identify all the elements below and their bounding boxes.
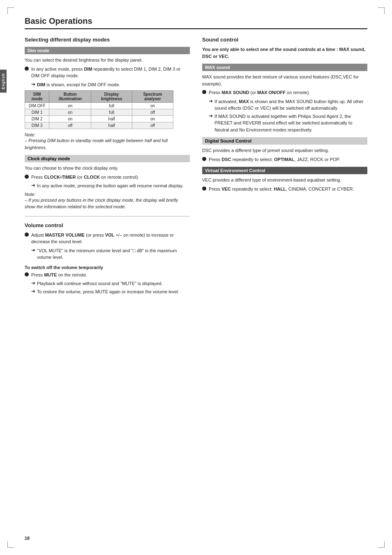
vec-bold: VEC (221, 187, 231, 191)
max-sound-intro: MAX sound provides the best mixture of v… (202, 74, 367, 87)
vec-bullet-1-text: Press VEC repeatedly to select: HALL, CI… (209, 186, 367, 193)
clock-mode-intro: You can choose to show the clock display… (25, 165, 190, 172)
dim-bullet-1: In any active mode, press DIM repeatedly… (25, 66, 190, 79)
master-volume-bold: MASTER VOLUME (45, 233, 85, 237)
volume-bullet-1-text: Adjust MASTER VOLUME (or press VOL +/– o… (31, 232, 190, 245)
vec-bullet-1: Press VEC repeatedly to select: HALL, CI… (202, 186, 367, 193)
corner-mark-tl (7, 7, 14, 14)
vol-bold: VOL (105, 233, 115, 237)
table-header-display: Display brightness (91, 91, 132, 103)
mute-bullet-1: Press MUTE on the remote. (25, 272, 190, 279)
mute-subheading: To switch off the volume temporarily (25, 265, 190, 270)
hall-bold: HALL (274, 187, 286, 191)
dsc-bullet-1-text: Press DSC repeatedly to select: OPTIMAL,… (209, 156, 367, 163)
dim-mode-header: Dim mode (25, 47, 190, 54)
dim-bold: DIM (84, 67, 92, 71)
arrow-symbol-3: ➜ (31, 247, 35, 253)
clock-note-text: – If you pressed any buttons in the cloc… (25, 197, 190, 210)
dim-mode-intro: You can select the desired brightness fo… (25, 57, 190, 64)
clock-mode-header: Clock display mode (25, 155, 190, 162)
page-number: 18 (25, 536, 30, 541)
page: English Basic Operations Selecting diffe… (0, 0, 392, 555)
volume-section-heading: Volume control (25, 222, 190, 228)
bullet-dot-4 (25, 272, 29, 276)
max-sound-bullet-1-text: Press MAX SOUND (or MAX ON/OFF on remote… (209, 89, 367, 96)
arrow-symbol: ➜ (31, 81, 35, 87)
clock-bullet-1: Press CLOCK•TIMER (or CLOCK on remote co… (25, 174, 190, 181)
right-column: Sound control You are only able to selec… (202, 37, 367, 296)
corner-mark-tr (378, 7, 385, 14)
dsc-header: Digital Sound Control (202, 137, 367, 145)
max-sound-bullet-1: Press MAX SOUND (or MAX ON/OFF on remote… (202, 89, 367, 96)
volume-bullet-1: Adjust MASTER VOLUME (or press VOL +/– o… (25, 232, 190, 245)
max-sound-header: MAX sound (202, 64, 367, 71)
corner-mark-br (378, 541, 385, 548)
dim-arrow-bold: DIM (37, 82, 45, 87)
volume-arrow-1: ➜ "VOL MUTE" is the minimum volume level… (31, 247, 190, 261)
max-arrow-1: ➜ If activated, MAX is shown and the MAX… (209, 98, 367, 112)
max-on-off-bold: MAX ON/OFF (257, 90, 286, 95)
sound-section-heading: Sound control (202, 37, 367, 43)
clock-bold-1: CLOCK•TIMER (44, 175, 76, 180)
table-header-spectrum: Spectrum analyser (132, 91, 173, 103)
bullet-dot-2 (25, 175, 29, 179)
left-column: Selecting different display modes Dim mo… (25, 37, 190, 296)
clock-bold-2: CLOCK (84, 175, 100, 180)
table-row: DIM OFFonfullon (25, 103, 173, 109)
mute-arrow-1: ➜ Playback will continue without sound a… (31, 280, 190, 287)
note-label: Note: (25, 132, 35, 137)
max-arrow-2: ➜ If MAX SOUND is activated together wit… (209, 113, 367, 134)
table-row: DIM 1onfulloff (25, 109, 173, 116)
table-row: DIM 3offhalfoff (25, 122, 173, 129)
left-section-heading: Selecting different display modes (25, 37, 190, 43)
table-header-button: Button illumination (49, 91, 91, 103)
bullet-dot-3 (25, 233, 29, 237)
section-divider-1 (25, 216, 190, 216)
content-columns: Selecting different display modes Dim mo… (25, 37, 367, 296)
dim-bullet-1-text: In any active mode, press DIM repeatedly… (31, 66, 190, 79)
dim-note: Note: – Pressing DIM button in standby m… (25, 132, 190, 151)
arrow-symbol-7: ➜ (209, 113, 213, 119)
arrow-symbol-2: ➜ (31, 182, 35, 188)
dim-arrow-1: ➜ DIM is shown, except for DIM OFF mode. (31, 81, 190, 88)
dsc-bold: DSC (221, 157, 231, 162)
vec-header: Virtual Environment Control (202, 167, 367, 174)
dim-table: DIM mode Button illumination Display bri… (25, 90, 173, 129)
mute-bold: MUTE (44, 272, 57, 277)
mute-bullet-1-text: Press MUTE on the remote. (31, 272, 190, 279)
bullet-dot (25, 67, 29, 71)
clock-arrow-1: ➜ In any active mode, pressing the butto… (31, 182, 190, 189)
arrow-symbol-5: ➜ (31, 288, 35, 294)
dsc-intro: DSC provides a different type of preset … (202, 147, 367, 154)
sound-intro: You are only able to select one of the s… (202, 46, 367, 60)
mute-arrow-2: ➜ To restore the volume, press MUTE agai… (31, 288, 190, 295)
bullet-dot-7 (202, 187, 206, 191)
corner-mark-bl (7, 541, 14, 548)
note-text: – Pressing DIM button in standby mode wi… (25, 137, 190, 151)
arrow-symbol-4: ➜ (31, 280, 35, 286)
page-title: Basic Operations (25, 16, 367, 29)
clock-bullet-1-text: Press CLOCK•TIMER (or CLOCK on remote co… (31, 174, 190, 181)
dsc-bullet-1: Press DSC repeatedly to select: OPTIMAL,… (202, 156, 367, 163)
table-header-mode: DIM mode (25, 91, 49, 103)
optimal-bold: OPTIMAL (274, 157, 295, 162)
bullet-dot-5 (202, 90, 206, 94)
vec-intro: VEC provides a different type of environ… (202, 177, 367, 184)
arrow-symbol-6: ➜ (209, 98, 213, 104)
clock-note-label: Note: (25, 192, 35, 197)
bullet-dot-6 (202, 157, 206, 161)
max-sound-bold: MAX SOUND (221, 90, 249, 95)
table-row: DIM 2onhalfon (25, 116, 173, 122)
language-tab: English (0, 70, 7, 93)
max-bold-2: MAX (239, 99, 249, 104)
clock-note: Note: – If you pressed any buttons in th… (25, 192, 190, 210)
